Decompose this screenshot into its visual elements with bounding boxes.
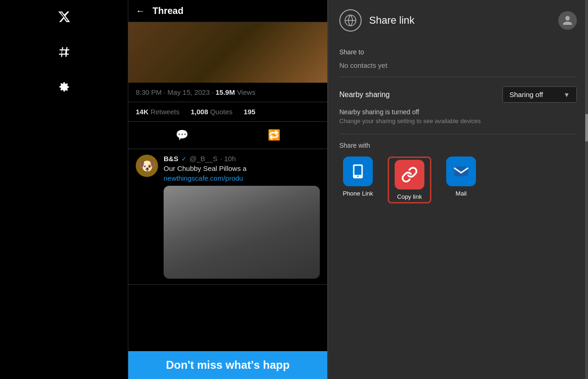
mail-item[interactable]: Mail: [443, 157, 480, 197]
svg-rect-5: [454, 167, 468, 176]
settings-icon[interactable]: [53, 76, 75, 98]
thread-title: Thread: [152, 6, 184, 16]
other-stat: 195: [244, 108, 255, 116]
nearby-desc-title: Nearby sharing is turned off: [339, 108, 577, 116]
avatar: 🐶: [136, 155, 158, 177]
copy-link-item[interactable]: Copy link: [391, 160, 428, 200]
sharing-dropdown[interactable]: Sharing off ▼: [502, 86, 577, 103]
reply-product-image: [164, 186, 320, 279]
share-panel-title: Share link: [369, 14, 415, 26]
bottom-banner-text: Don't miss what's happ: [166, 359, 290, 371]
reply-tweet: 🐶 B&S ✓ @_B__S · 10h Our Chubby Seal Pil…: [128, 149, 327, 285]
phone-link-item[interactable]: Phone Link: [339, 157, 377, 197]
back-button[interactable]: ←: [136, 6, 145, 16]
reply-content: B&S ✓ @_B__S · 10h Our Chubby Seal Pillo…: [164, 155, 320, 279]
reply-action[interactable]: 💬: [172, 125, 192, 145]
verified-badge: ✓: [181, 155, 187, 163]
retweet-action[interactable]: 🔁: [264, 125, 284, 145]
share-apps-container: Phone Link Copy link: [339, 157, 577, 203]
retweets-count: 14K: [136, 108, 149, 116]
phone-link-label: Phone Link: [343, 190, 373, 197]
share-to-label: Share to: [339, 48, 577, 56]
no-contacts-text: No contacts yet: [339, 61, 577, 69]
scrollbar[interactable]: [585, 0, 588, 379]
explore-icon[interactable]: [53, 41, 75, 63]
tweet-views-label: Views: [237, 88, 256, 96]
quotes-count: 1,008: [191, 108, 208, 116]
reply-link-text[interactable]: newthingscafe.com/produ: [164, 174, 243, 182]
retweets-stat: 14K Retweets: [136, 108, 179, 116]
nearby-label: Nearby sharing: [339, 91, 390, 99]
quotes-stat: 1,008 Quotes: [191, 108, 232, 116]
reply-header: B&S ✓ @_B__S · 10h: [164, 155, 320, 163]
tweet-actions: 💬 🔁: [128, 122, 327, 149]
reply-text: Our Chubby Seal Pillows a: [164, 164, 320, 172]
sharing-off-text: Sharing off: [509, 91, 543, 98]
reply-time: · 10h: [220, 155, 236, 163]
tweet-views: 15.9M: [216, 88, 235, 96]
reply-name: B&S: [164, 155, 178, 163]
reply-text-content: Our Chubby Seal Pillows a: [164, 164, 246, 172]
product-preview: [164, 186, 320, 279]
tweet-meta: 8:30 PM · May 15, 2023 · 15.9M Views: [128, 83, 327, 102]
tweet-stats: 14K Retweets 1,008 Quotes 195: [128, 102, 327, 122]
copy-link-highlighted-container: Copy link: [388, 157, 431, 203]
nearby-section: Nearby sharing Sharing off ▼ Nearby shar…: [328, 77, 588, 134]
share-panel: Share link Share to No contacts yet Near…: [328, 0, 588, 379]
reply-link: newthingscafe.com/produ: [164, 174, 320, 182]
mail-label: Mail: [456, 190, 467, 197]
other-count: 195: [244, 108, 255, 116]
nearby-row: Nearby sharing Sharing off ▼: [339, 86, 577, 103]
thread-header: ← Thread: [128, 0, 327, 22]
mail-icon: [446, 157, 476, 186]
phone-link-icon: [343, 157, 373, 186]
share-header: Share link: [328, 0, 588, 41]
copy-link-icon: [395, 160, 424, 190]
tweet-image-placeholder: [128, 22, 327, 83]
reply-handle: @_B__S: [190, 155, 218, 163]
share-with-title: Share with: [339, 142, 577, 149]
tweet-time: 8:30 PM · May 15, 2023 ·: [136, 88, 214, 96]
share-to-section: Share to No contacts yet: [328, 41, 588, 77]
svg-point-4: [357, 176, 359, 177]
nearby-desc-sub: Change your sharing setting to see avail…: [339, 118, 577, 124]
globe-icon: [339, 9, 362, 32]
svg-rect-3: [355, 166, 362, 175]
dropdown-arrow-icon: ▼: [563, 91, 570, 98]
twitter-logo[interactable]: [53, 6, 75, 28]
profile-icon[interactable]: [558, 11, 577, 30]
sidebar: [0, 0, 128, 379]
scrollbar-thumb: [585, 114, 588, 142]
tweet-image: [128, 22, 327, 83]
bottom-banner: Don't miss what's happ: [128, 351, 327, 379]
copy-link-label: Copy link: [397, 193, 422, 200]
share-with-section: Share with Phone Link: [328, 134, 588, 211]
share-header-left: Share link: [339, 9, 415, 32]
avatar-image: 🐶: [139, 158, 155, 174]
main-content: ← Thread 8:30 PM · May 15, 2023 · 15.9M …: [128, 0, 328, 379]
